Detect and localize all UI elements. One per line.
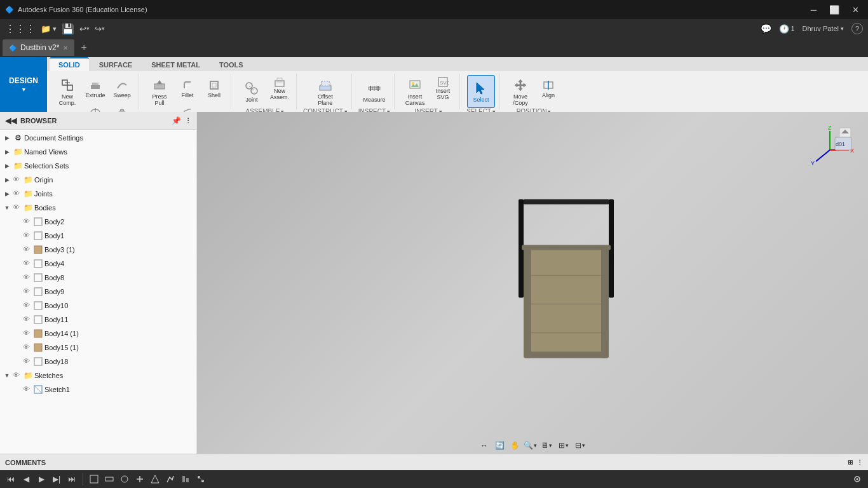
expand-icon[interactable]: ▶ <box>3 189 11 198</box>
tab-dustbin[interactable]: 🔷 Dustbin v2* ✕ <box>3 39 74 56</box>
expand-icon[interactable]: ▼ <box>3 203 11 212</box>
tree-item-body4[interactable]: 👁 Body4 <box>0 257 196 271</box>
tab-surface[interactable]: SURFACE <box>90 58 142 71</box>
select-button[interactable]: Select <box>467 75 495 108</box>
display-mode-button[interactable]: 🖥▾ <box>538 438 555 452</box>
view-cube[interactable]: X Z Y d01 <box>804 125 855 175</box>
visibility-icon[interactable]: 👁 <box>23 357 32 366</box>
redo-button[interactable]: ↪▾ <box>95 24 105 34</box>
new-button[interactable]: 📁▾ <box>41 24 57 34</box>
new-tab-button[interactable]: + <box>77 42 90 53</box>
pan-button[interactable]: ✋ <box>508 438 522 452</box>
skip-end-button[interactable]: ⏭ <box>65 472 79 486</box>
minimize-button[interactable]: ─ <box>807 4 820 16</box>
tree-item-sketch1[interactable]: 👁 Sketch1 <box>0 383 196 396</box>
tool-1[interactable] <box>87 472 101 486</box>
insert-svg-button[interactable]: SVG InsertSVG <box>430 75 456 102</box>
save-button[interactable]: 💾 <box>62 23 74 35</box>
user-menu[interactable]: Dhruv Patel▾ <box>803 25 844 32</box>
visibility-icon[interactable]: 👁 <box>23 287 32 296</box>
shell-button[interactable]: Shell <box>201 75 227 102</box>
tree-item-body1[interactable]: 👁 Body1 <box>0 229 196 243</box>
visibility-icon[interactable]: 👁 <box>23 315 32 324</box>
visibility-icon[interactable]: 👁 <box>23 301 32 310</box>
tree-item-sketches[interactable]: ▼ 👁 📁 Sketches <box>0 369 196 383</box>
move-copy-button[interactable]: Move/Copy <box>506 75 534 108</box>
expand-icon[interactable]: ▶ <box>3 175 11 184</box>
tree-item-body18[interactable]: 👁 Body18 <box>0 355 196 369</box>
tree-item-named-views[interactable]: ▶ 📁 Named Views <box>0 145 196 159</box>
offset-plane-button[interactable]: OffsetPlane <box>311 75 339 108</box>
tree-item-body9[interactable]: 👁 Body9 <box>0 285 196 299</box>
tree-item-selection-sets[interactable]: ▶ 📁 Selection Sets <box>0 159 196 173</box>
tree-item-body14[interactable]: 👁 Body14 (1) <box>0 327 196 341</box>
app-menu-icon[interactable]: ⋮⋮⋮ <box>5 23 36 35</box>
viewport[interactable]: X Z Y d01 ↔ 🔄 ✋ 🔍▾ 🖥▾ ⊞▾ ⊟▾ <box>197 112 868 454</box>
visibility-icon[interactable]: 👁 <box>23 273 32 282</box>
visibility-icon[interactable]: 👁 <box>23 329 32 338</box>
visibility-icon[interactable]: 👁 <box>13 203 22 212</box>
tree-item-document-settings[interactable]: ▶ ⚙ Document Settings <box>0 131 196 145</box>
comments-expand-icon[interactable]: ⊞ <box>848 459 853 466</box>
tool-6[interactable] <box>163 472 177 486</box>
help-button[interactable]: ? <box>851 23 863 34</box>
browser-pin-icon[interactable]: 📌 <box>172 116 181 125</box>
visibility-icon[interactable]: 👁 <box>23 231 32 240</box>
tree-item-bodies[interactable]: ▼ 👁 📁 Bodies <box>0 201 196 215</box>
visibility-icon[interactable]: 👁 <box>23 245 32 254</box>
fit-view-button[interactable]: ↔ <box>477 438 491 452</box>
tool-5[interactable] <box>148 472 162 486</box>
new-assembly-button[interactable]: NewAssem. <box>267 75 292 102</box>
visibility-icon[interactable]: 👁 <box>13 175 22 184</box>
tool-8[interactable] <box>194 472 208 486</box>
expand-icon[interactable]: ▶ <box>3 133 11 142</box>
tree-item-origin[interactable]: ▶ 👁 📁 Origin <box>0 173 196 187</box>
visibility-icon[interactable]: 👁 <box>23 217 32 226</box>
settings-button[interactable] <box>850 472 864 486</box>
tool-7[interactable] <box>179 472 193 486</box>
tab-sheet-metal[interactable]: SHEET METAL <box>142 58 209 71</box>
visibility-icon[interactable]: 👁 <box>23 385 32 394</box>
tool-4[interactable] <box>133 472 147 486</box>
step-forward-button[interactable]: ▶| <box>50 472 64 486</box>
comments-menu-icon[interactable]: ⋮ <box>857 459 863 466</box>
expand-icon[interactable]: ▼ <box>3 371 11 380</box>
tab-tools[interactable]: TOOLS <box>210 58 252 71</box>
tool-2[interactable] <box>102 472 116 486</box>
tree-item-body15[interactable]: 👁 Body15 (1) <box>0 341 196 355</box>
tree-item-body10[interactable]: 👁 Body10 <box>0 299 196 313</box>
tab-solid[interactable]: SOLID <box>50 57 89 71</box>
visibility-icon[interactable]: 👁 <box>23 343 32 352</box>
viewport-settings-button[interactable]: ⊟▾ <box>573 438 588 452</box>
zoom-button[interactable]: 🔍▾ <box>523 438 537 452</box>
browser-menu-icon[interactable]: ⋮ <box>185 117 191 124</box>
skip-start-button[interactable]: ⏮ <box>4 472 18 486</box>
joint-button[interactable]: Joint <box>238 75 266 108</box>
undo-button[interactable]: ↩▾ <box>79 24 90 34</box>
maximize-button[interactable]: ⬜ <box>825 4 843 16</box>
grid-button[interactable]: ⊞▾ <box>556 438 571 452</box>
message-icon[interactable]: 💬 <box>761 24 771 34</box>
fillet-button[interactable]: Fillet <box>175 75 200 102</box>
new-component-button[interactable]: NewComp. <box>53 75 81 108</box>
sweep-button[interactable]: Sweep <box>109 75 135 102</box>
expand-icon[interactable]: ▶ <box>3 147 11 156</box>
play-button[interactable]: ▶ <box>34 472 48 486</box>
tab-close-button[interactable]: ✕ <box>63 44 68 51</box>
orbit-button[interactable]: 🔄 <box>492 438 506 452</box>
visibility-icon[interactable]: 👁 <box>23 259 32 268</box>
tool-3[interactable] <box>118 472 132 486</box>
tree-item-body8[interactable]: 👁 Body8 <box>0 271 196 285</box>
tree-item-body11[interactable]: 👁 Body11 <box>0 313 196 327</box>
align-button[interactable]: Align <box>536 75 561 102</box>
notifications-icon[interactable]: 🕐 1 <box>779 24 794 34</box>
measure-button[interactable]: Measure <box>360 75 388 108</box>
expand-icon[interactable]: ▶ <box>3 161 11 170</box>
browser-collapse-icon[interactable]: ◀◀ <box>5 116 17 125</box>
visibility-icon[interactable]: 👁 <box>13 189 22 198</box>
visibility-icon[interactable]: 👁 <box>13 371 22 380</box>
design-mode-button[interactable]: DESIGN ▾ <box>0 57 47 112</box>
tree-item-joints[interactable]: ▶ 👁 📁 Joints <box>0 187 196 201</box>
close-button[interactable]: ✕ <box>848 4 863 16</box>
tree-item-body2[interactable]: 👁 Body2 <box>0 215 196 229</box>
